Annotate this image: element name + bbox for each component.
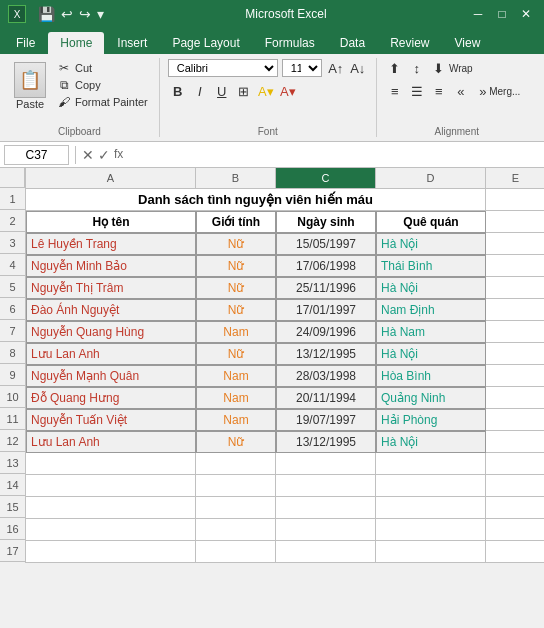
cell-place-3[interactable]: Hà Nội — [376, 233, 486, 255]
col-header-e[interactable]: E — [486, 168, 544, 188]
cell-date-3[interactable]: 15/05/1997 — [276, 233, 376, 255]
font-size-select[interactable]: 11 — [282, 59, 322, 77]
cell-d16[interactable] — [376, 519, 486, 541]
header-ngay-sinh[interactable]: Ngày sinh — [276, 211, 376, 233]
row-num-6[interactable]: 6 — [0, 298, 25, 320]
italic-button[interactable]: I — [190, 81, 210, 101]
tab-home[interactable]: Home — [48, 32, 104, 54]
cell-e13[interactable] — [486, 453, 544, 475]
cell-gender-6[interactable]: Nữ — [196, 299, 276, 321]
cell-b15[interactable] — [196, 497, 276, 519]
cell-name-8[interactable]: Lưu Lan Anh — [26, 343, 196, 365]
header-gioi-tinh[interactable]: Giới tính — [196, 211, 276, 233]
row-num-8[interactable]: 8 — [0, 342, 25, 364]
col-header-a[interactable]: A — [26, 168, 196, 188]
cell-gender-7[interactable]: Nam — [196, 321, 276, 343]
cell-a17[interactable] — [26, 541, 196, 563]
align-right-button[interactable]: ≡ — [429, 81, 449, 101]
row-num-11[interactable]: 11 — [0, 408, 25, 430]
cell-gender-8[interactable]: Nữ — [196, 343, 276, 365]
cell-c15[interactable] — [276, 497, 376, 519]
cell-name-7[interactable]: Nguyễn Quang Hùng — [26, 321, 196, 343]
cell-a14[interactable] — [26, 475, 196, 497]
cell-e5[interactable] — [486, 277, 544, 299]
cell-place-8[interactable]: Hà Nội — [376, 343, 486, 365]
cell-name-10[interactable]: Đỗ Quang Hưng — [26, 387, 196, 409]
cell-e14[interactable] — [486, 475, 544, 497]
cell-e15[interactable] — [486, 497, 544, 519]
tab-view[interactable]: View — [443, 32, 493, 54]
cell-c13[interactable] — [276, 453, 376, 475]
minimize-button[interactable]: ─ — [468, 4, 488, 24]
merge-button[interactable]: Merg... — [495, 81, 515, 101]
cell-place-11[interactable]: Hải Phòng — [376, 409, 486, 431]
cell-c16[interactable] — [276, 519, 376, 541]
indent-decrease-button[interactable]: « — [451, 81, 471, 101]
cell-b17[interactable] — [196, 541, 276, 563]
formula-input[interactable] — [127, 146, 540, 164]
confirm-formula-button[interactable]: ✓ — [98, 147, 110, 163]
cell-reference-input[interactable] — [4, 145, 69, 165]
cell-b13[interactable] — [196, 453, 276, 475]
row-num-17[interactable]: 17 — [0, 540, 25, 562]
save-icon[interactable]: 💾 — [38, 6, 55, 22]
insert-function-button[interactable]: fx — [114, 147, 123, 163]
cell-b16[interactable] — [196, 519, 276, 541]
paste-button[interactable]: 📋 Paste — [8, 58, 52, 114]
cell-place-7[interactable]: Hà Nam — [376, 321, 486, 343]
underline-button[interactable]: U — [212, 81, 232, 101]
cell-place-5[interactable]: Hà Nội — [376, 277, 486, 299]
copy-button[interactable]: ⧉ Copy — [54, 77, 151, 93]
cell-d15[interactable] — [376, 497, 486, 519]
cell-place-6[interactable]: Nam Định — [376, 299, 486, 321]
wrap-text-button[interactable]: Wrap — [451, 58, 471, 78]
cell-gender-3[interactable]: Nữ — [196, 233, 276, 255]
row-num-1[interactable]: 1 — [0, 188, 25, 210]
cell-date-5[interactable]: 25/11/1996 — [276, 277, 376, 299]
cut-button[interactable]: ✂ Cut — [54, 60, 151, 76]
cell-e11[interactable] — [486, 409, 544, 431]
tab-insert[interactable]: Insert — [105, 32, 159, 54]
row-num-12[interactable]: 12 — [0, 430, 25, 452]
cell-gender-9[interactable]: Nam — [196, 365, 276, 387]
cell-gender-12[interactable]: Nữ — [196, 431, 276, 453]
cell-e1[interactable] — [486, 189, 544, 211]
cell-b14[interactable] — [196, 475, 276, 497]
cell-place-12[interactable]: Hà Nội — [376, 431, 486, 453]
cell-date-7[interactable]: 24/09/1996 — [276, 321, 376, 343]
row-num-16[interactable]: 16 — [0, 518, 25, 540]
row-num-9[interactable]: 9 — [0, 364, 25, 386]
cell-date-11[interactable]: 19/07/1997 — [276, 409, 376, 431]
cell-date-8[interactable]: 13/12/1995 — [276, 343, 376, 365]
cell-name-9[interactable]: Nguyễn Mạnh Quân — [26, 365, 196, 387]
row-num-13[interactable]: 13 — [0, 452, 25, 474]
row-num-10[interactable]: 10 — [0, 386, 25, 408]
tab-file[interactable]: File — [4, 32, 47, 54]
font-color-button[interactable]: A▾ — [278, 81, 298, 101]
tab-review[interactable]: Review — [378, 32, 441, 54]
row-num-4[interactable]: 4 — [0, 254, 25, 276]
tab-formulas[interactable]: Formulas — [253, 32, 327, 54]
cell-a15[interactable] — [26, 497, 196, 519]
cell-name-4[interactable]: Nguyễn Minh Bảo — [26, 255, 196, 277]
row-num-3[interactable]: 3 — [0, 232, 25, 254]
border-button[interactable]: ⊞ — [234, 81, 254, 101]
cell-date-6[interactable]: 17/01/1997 — [276, 299, 376, 321]
cell-e10[interactable] — [486, 387, 544, 409]
align-middle-button[interactable]: ↕ — [407, 58, 427, 78]
row-num-7[interactable]: 7 — [0, 320, 25, 342]
cell-e6[interactable] — [486, 299, 544, 321]
align-left-button[interactable]: ≡ — [385, 81, 405, 101]
align-top-button[interactable]: ⬆ — [385, 58, 405, 78]
tab-data[interactable]: Data — [328, 32, 377, 54]
cell-name-11[interactable]: Nguyễn Tuấn Việt — [26, 409, 196, 431]
align-bottom-button[interactable]: ⬇ — [429, 58, 449, 78]
cell-c17[interactable] — [276, 541, 376, 563]
cell-date-4[interactable]: 17/06/1998 — [276, 255, 376, 277]
redo-icon[interactable]: ↪ — [79, 6, 91, 22]
row-num-2[interactable]: 2 — [0, 210, 25, 232]
cell-place-4[interactable]: Thái Bình — [376, 255, 486, 277]
cell-date-12[interactable]: 13/12/1995 — [276, 431, 376, 453]
cell-e4[interactable] — [486, 255, 544, 277]
cell-d14[interactable] — [376, 475, 486, 497]
